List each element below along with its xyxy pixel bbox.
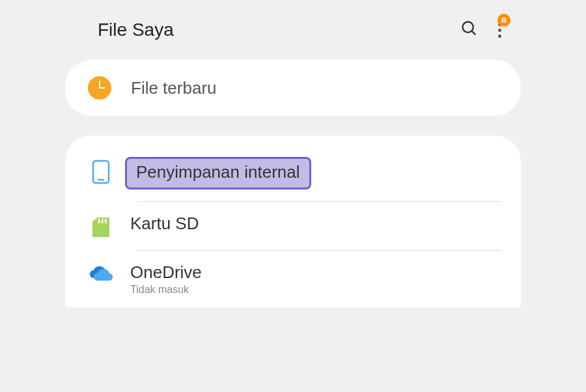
notification-badge: B bbox=[497, 14, 510, 27]
search-icon bbox=[460, 20, 479, 38]
svg-rect-4 bbox=[98, 219, 100, 223]
onedrive-item[interactable]: OneDrive Tidak masuk bbox=[85, 251, 501, 307]
internal-storage-item[interactable]: Penyimpanan internal bbox=[85, 145, 501, 201]
menu-button[interactable]: B bbox=[498, 23, 501, 38]
sdcard-item[interactable]: Kartu SD bbox=[85, 202, 501, 250]
search-button[interactable] bbox=[460, 20, 479, 40]
sdcard-label: Kartu SD bbox=[130, 214, 199, 234]
storage-list: Penyimpanan internal Kartu SD bbox=[65, 135, 521, 307]
clock-icon bbox=[88, 76, 111, 100]
sdcard-icon bbox=[91, 216, 111, 238]
svg-rect-5 bbox=[102, 219, 104, 223]
internal-storage-label: Penyimpanan internal bbox=[136, 162, 300, 182]
onedrive-label: OneDrive bbox=[130, 262, 202, 283]
phone-icon bbox=[92, 160, 110, 184]
onedrive-icon bbox=[89, 265, 113, 282]
svg-rect-6 bbox=[105, 219, 107, 223]
internal-storage-highlight: Penyimpanan internal bbox=[125, 157, 311, 189]
svg-point-0 bbox=[463, 22, 473, 33]
svg-line-1 bbox=[472, 31, 476, 35]
app-header: File Saya B bbox=[65, 13, 521, 60]
onedrive-sublabel: Tidak masuk bbox=[130, 284, 202, 296]
recent-files-label: File terbaru bbox=[131, 78, 217, 98]
page-title: File Saya bbox=[98, 20, 174, 40]
recent-files-item[interactable]: File terbaru bbox=[65, 60, 521, 116]
